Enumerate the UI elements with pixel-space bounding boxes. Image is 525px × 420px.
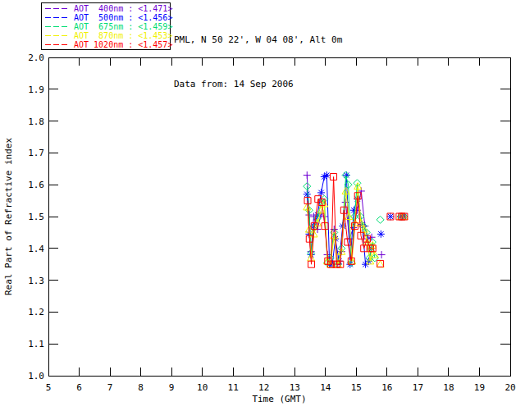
x-tick-label: 15 bbox=[351, 382, 362, 393]
legend-line-sample-1020nm bbox=[45, 44, 70, 45]
y-tick-label: 1.6 bbox=[28, 180, 44, 190]
y-tick-label: 2.0 bbox=[28, 52, 44, 63]
legend-line-sample-400nm bbox=[45, 8, 70, 9]
legend-line-sample-500nm bbox=[45, 17, 70, 18]
legend-item-label: AOT 400nm : <1.471> bbox=[74, 4, 172, 13]
legend-item-label: AOT 675nm : <1.459> bbox=[74, 22, 172, 31]
legend-item-1020nm: AOT 1020nm : <1.457> bbox=[42, 40, 170, 49]
y-tick-label: 1.9 bbox=[28, 84, 44, 95]
plot-header: PML, N 50 22', W 04 08', Alt 0m Data fro… bbox=[174, 3, 342, 121]
legend-item-400nm: AOT 400nm : <1.471> bbox=[42, 4, 170, 13]
y-tick-label: 1.5 bbox=[28, 212, 44, 222]
y-tick-labels: 1.01.11.21.31.41.51.61.71.81.92.0 bbox=[28, 52, 44, 381]
x-tick-label: 11 bbox=[228, 382, 239, 393]
y-tick-label: 1.8 bbox=[28, 116, 44, 127]
legend-item-870nm: AOT 870nm : <1.453> bbox=[42, 31, 170, 40]
legend-item-label: AOT 870nm : <1.453> bbox=[74, 31, 172, 40]
y-axis-title: Real Part of Refractive index bbox=[3, 138, 14, 295]
legend-item-500nm: AOT 500nm : <1.456> bbox=[42, 13, 170, 22]
y-tick-label: 1.3 bbox=[28, 276, 44, 286]
station-info: PML, N 50 22', W 04 08', Alt 0m bbox=[174, 33, 342, 48]
x-tick-label: 12 bbox=[258, 382, 269, 393]
x-tick-label: 8 bbox=[138, 382, 144, 393]
x-tick-label: 6 bbox=[76, 382, 82, 393]
plot-window: 5678910111213141516171819201.01.11.21.31… bbox=[0, 0, 525, 420]
x-tick-label: 7 bbox=[107, 382, 113, 393]
legend-line-sample-870nm bbox=[45, 35, 70, 36]
x-tick-label: 20 bbox=[504, 382, 515, 393]
x-tick-label: 14 bbox=[320, 382, 331, 393]
data-date: Data from: 14 Sep 2006 bbox=[174, 77, 342, 92]
legend-line-sample-675nm bbox=[45, 26, 70, 27]
y-tick-label: 1.4 bbox=[28, 244, 44, 254]
x-tick-label: 9 bbox=[169, 382, 175, 393]
y-tick-label: 1.7 bbox=[28, 148, 44, 158]
x-tick-label: 13 bbox=[290, 382, 300, 393]
x-tick-label: 18 bbox=[443, 382, 454, 393]
legend-item-label: AOT 500nm : <1.456> bbox=[74, 13, 172, 22]
y-tick-label: 1.2 bbox=[28, 307, 44, 317]
x-tick-labels: 567891011121314151617181920 bbox=[46, 382, 516, 393]
x-tick-label: 17 bbox=[413, 382, 423, 393]
x-tick-label: 10 bbox=[197, 382, 208, 393]
y-tick-label: 1.0 bbox=[28, 371, 44, 381]
x-tick-label: 19 bbox=[474, 382, 485, 393]
x-tick-label: 16 bbox=[381, 382, 392, 393]
legend-item-label: AOT 1020nm : <1.457> bbox=[74, 40, 172, 49]
legend-box: AOT 400nm : <1.471> AOT 500nm : <1.456> … bbox=[41, 2, 171, 50]
legend-item-675nm: AOT 675nm : <1.459> bbox=[42, 22, 170, 31]
x-axis-title: Time (GMT) bbox=[252, 394, 306, 404]
x-tick-label: 5 bbox=[46, 382, 52, 393]
y-tick-label: 1.1 bbox=[28, 339, 44, 349]
